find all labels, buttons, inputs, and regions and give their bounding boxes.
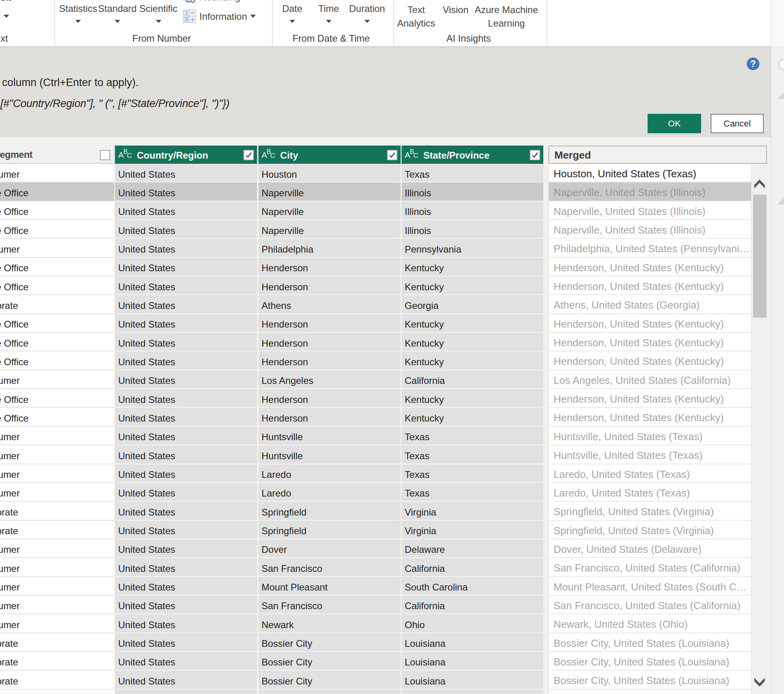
svg-text:3: 3	[185, 16, 188, 23]
svg-text:1: 1	[185, 10, 188, 16]
